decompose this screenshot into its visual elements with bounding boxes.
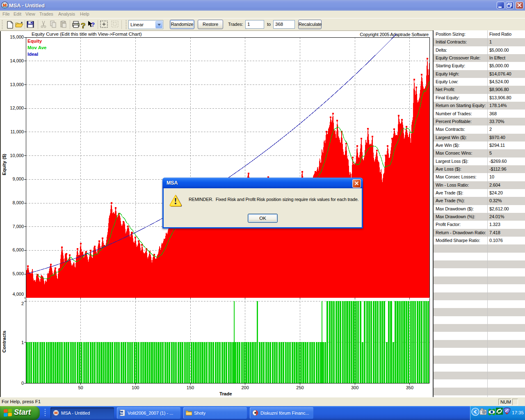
svg-text:W: W: [120, 411, 123, 415]
